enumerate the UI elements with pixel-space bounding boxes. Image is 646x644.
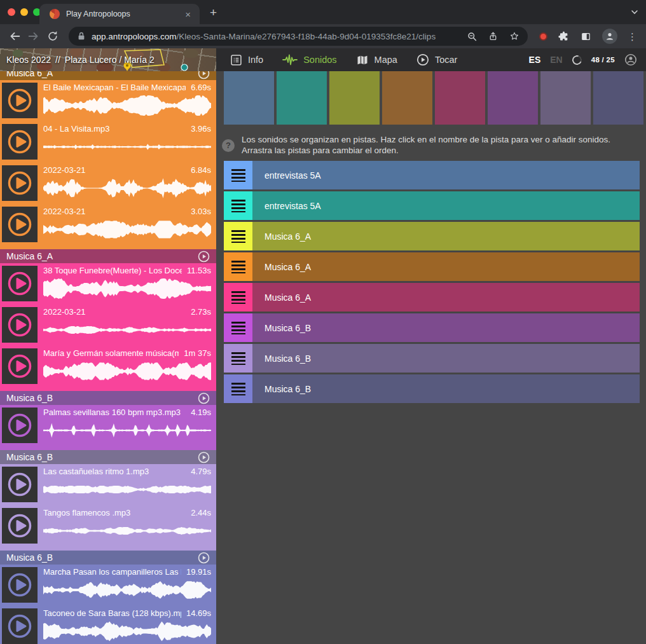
- track-name-bar[interactable]: Musica 6_A: [252, 222, 640, 250]
- play-clip-button[interactable]: [2, 165, 38, 201]
- track-name: entrevistas 5A: [265, 201, 321, 211]
- track-name: entrevistas 5A: [265, 170, 321, 181]
- side-panel-icon[interactable]: [580, 31, 592, 43]
- tab-mapa[interactable]: Mapa: [356, 54, 397, 66]
- track-color-swatch[interactable]: [329, 71, 380, 125]
- breadcrumb-project[interactable]: Kleos 2022: [6, 55, 51, 65]
- clip-duration: 6.69s: [191, 83, 211, 93]
- map-marker-icon: [181, 64, 188, 71]
- track-drag-handle[interactable]: [224, 252, 252, 281]
- address-bar[interactable]: app.antropoloops.com/Kleos-Santa-Marina/…: [69, 27, 528, 46]
- site-favicon-icon: [50, 9, 60, 19]
- track-section-header[interactable]: Musica 6_B: [0, 450, 216, 464]
- play-clip-button[interactable]: [2, 467, 38, 502]
- play-clip-button[interactable]: [2, 408, 38, 443]
- clip-title: 04 - La Visita.mp3: [43, 124, 186, 134]
- play-clip-button[interactable]: [2, 508, 38, 544]
- track-section-header[interactable]: Musica 6_A: [0, 249, 216, 263]
- track-section-header[interactable]: Musica 6_A: [0, 71, 216, 80]
- audio-clip: Marcha Pasan los campanilleros Las Mejor…: [0, 565, 216, 606]
- section-play-icon[interactable]: [198, 392, 210, 404]
- track-color-swatch[interactable]: [435, 71, 485, 125]
- profile-avatar[interactable]: [602, 29, 617, 44]
- reload-icon[interactable]: [43, 27, 62, 46]
- nav-label: Info: [248, 55, 263, 65]
- track-name-bar[interactable]: Musica 6_B: [252, 313, 640, 342]
- play-clip-button[interactable]: [2, 307, 38, 343]
- track-name-bar[interactable]: Musica 6_B: [252, 344, 640, 373]
- section-play-icon[interactable]: [198, 552, 210, 564]
- track-section-header[interactable]: Musica 6_B: [0, 551, 216, 565]
- play-clip-button[interactable]: [2, 207, 38, 242]
- track-color-swatch[interactable]: [488, 71, 538, 125]
- track-drag-handle[interactable]: [224, 313, 252, 342]
- clip-waveform: [43, 177, 211, 199]
- play-clip-button[interactable]: [2, 348, 38, 384]
- tab-close-icon[interactable]: ×: [182, 8, 193, 20]
- zoom-icon[interactable]: [467, 31, 478, 42]
- track-name-bar[interactable]: Musica 6_A: [252, 252, 640, 281]
- section-play-icon[interactable]: [198, 451, 210, 463]
- account-icon[interactable]: [624, 53, 637, 66]
- map-thumbnail[interactable]: Kleos 2022 // Plaza Lucero / María 2: [0, 48, 216, 71]
- play-clip-button[interactable]: [2, 567, 38, 603]
- tab-sonidos[interactable]: Sonidos: [282, 53, 336, 66]
- breadcrumb-page[interactable]: Plaza Lucero / María 2: [65, 55, 155, 65]
- audio-clip: Palmas sevillanas 160 bpm mp3.mp34.19s: [0, 405, 216, 446]
- track-color-swatch[interactable]: [277, 71, 327, 125]
- track-drag-handle[interactable]: [224, 283, 252, 312]
- play-clip-button[interactable]: [2, 124, 38, 160]
- play-clip-button[interactable]: [2, 266, 38, 301]
- browser-menu-icon[interactable]: ⋮: [628, 32, 637, 41]
- new-tab-button[interactable]: +: [210, 6, 217, 18]
- clip-duration: 6.84s: [191, 165, 211, 175]
- back-icon[interactable]: [5, 27, 24, 46]
- track-row: Musica 6_A: [224, 283, 640, 312]
- help-icon: ?: [222, 139, 235, 152]
- section-play-icon[interactable]: [198, 71, 210, 79]
- tab-info[interactable]: Info: [230, 54, 263, 66]
- play-clip-button[interactable]: [2, 83, 38, 118]
- bookmark-star-icon[interactable]: [509, 31, 520, 42]
- clip-waveform: [43, 360, 211, 382]
- track-drag-handle[interactable]: [224, 191, 252, 220]
- track-color-swatch[interactable]: [540, 71, 591, 125]
- play-clip-button[interactable]: [2, 608, 38, 644]
- record-icon[interactable]: [539, 32, 547, 41]
- track-drag-handle[interactable]: [224, 374, 252, 403]
- section-play-icon[interactable]: [198, 250, 210, 263]
- lang-es-button[interactable]: ES: [529, 55, 541, 65]
- track-name-bar[interactable]: entrevistas 5A: [252, 191, 640, 220]
- section-name: Musica 6_A: [6, 71, 53, 78]
- url-text: app.antropoloops.com/Kleos-Santa-Marina/…: [92, 32, 459, 41]
- track-name: Musica 6_B: [265, 384, 311, 394]
- clip-duration: 3.96s: [191, 124, 211, 134]
- track-name-bar[interactable]: Musica 6_A: [252, 283, 640, 312]
- nav-label: Tocar: [435, 55, 457, 65]
- close-window-button[interactable]: [8, 8, 15, 16]
- share-icon[interactable]: [488, 31, 498, 42]
- tab-tocar[interactable]: Tocar: [416, 53, 457, 66]
- track-color-swatch[interactable]: [224, 71, 274, 125]
- clip-waveform: [43, 420, 211, 441]
- track-drag-handle[interactable]: [224, 222, 252, 250]
- track-section-header[interactable]: Musica 6_B: [0, 391, 216, 405]
- track-name-bar[interactable]: entrevistas 5A: [252, 161, 640, 189]
- load-counter: 48 / 25: [591, 56, 615, 64]
- browser-tab[interactable]: Play Antropoloops ×: [39, 4, 200, 24]
- track-name-bar[interactable]: Musica 6_B: [252, 374, 640, 403]
- drag-handle-icon: [231, 322, 245, 334]
- tab-search-chevron-icon[interactable]: [629, 7, 640, 17]
- track-color-swatch[interactable]: [593, 71, 643, 125]
- track-drag-handle[interactable]: [224, 344, 252, 373]
- clip-title: 2022-03-21: [43, 207, 186, 217]
- track-color-swatch[interactable]: [382, 71, 432, 125]
- track-drag-handle[interactable]: [224, 161, 252, 189]
- app-nav: Info Sonidos Mapa Tocar: [216, 53, 457, 66]
- forward-icon[interactable]: [24, 27, 43, 46]
- clip-duration: 4.19s: [191, 408, 211, 418]
- lang-en-button[interactable]: EN: [550, 55, 562, 65]
- clip-title: Tangos flamencos .mp3: [43, 508, 186, 518]
- minimize-window-button[interactable]: [20, 8, 28, 16]
- extensions-puzzle-icon[interactable]: [558, 31, 570, 43]
